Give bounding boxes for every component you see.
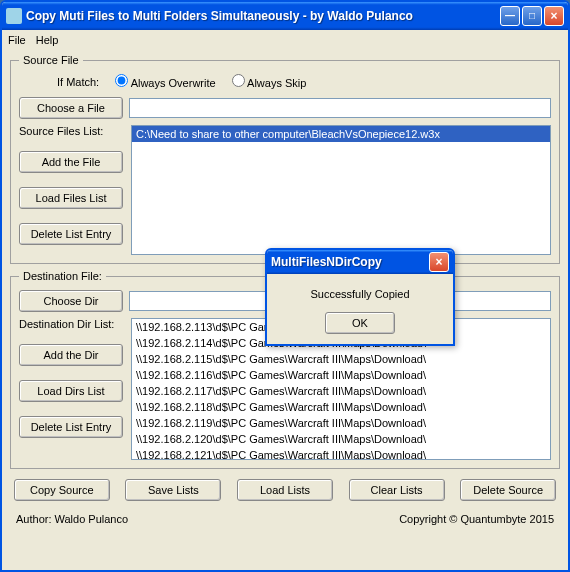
- list-item[interactable]: \\192.168.2.120\d$\PC Games\Warcraft III…: [132, 431, 550, 447]
- delete-source-entry-button[interactable]: Delete List Entry: [19, 223, 123, 245]
- menu-help[interactable]: Help: [36, 34, 59, 46]
- close-button[interactable]: ×: [544, 6, 564, 26]
- list-item[interactable]: \\192.168.2.117\d$\PC Games\Warcraft III…: [132, 383, 550, 399]
- dialog-titlebar: MultiFilesNDirCopy ×: [267, 250, 453, 274]
- dest-legend: Destination File:: [19, 270, 106, 282]
- menu-file[interactable]: File: [8, 34, 26, 46]
- menubar: File Help: [2, 30, 568, 50]
- source-file-input[interactable]: [129, 98, 551, 118]
- app-icon: [6, 8, 22, 24]
- save-lists-button[interactable]: Save Lists: [125, 479, 221, 501]
- source-file-group: Source File If Match: Always Overwrite A…: [10, 54, 560, 264]
- load-dirs-list-button[interactable]: Load Dirs List: [19, 380, 123, 402]
- add-file-button[interactable]: Add the File: [19, 151, 123, 173]
- dialog-close-button[interactable]: ×: [429, 252, 449, 272]
- choose-dir-button[interactable]: Choose Dir: [19, 290, 123, 312]
- if-match-label: If Match:: [57, 76, 99, 88]
- delete-source-button[interactable]: Delete Source: [460, 479, 556, 501]
- add-dir-button[interactable]: Add the Dir: [19, 344, 123, 366]
- message-dialog: MultiFilesNDirCopy × Successfully Copied…: [265, 248, 455, 346]
- list-item[interactable]: \\192.168.2.119\d$\PC Games\Warcraft III…: [132, 415, 550, 431]
- minimize-button[interactable]: —: [500, 6, 520, 26]
- delete-dest-entry-button[interactable]: Delete List Entry: [19, 416, 123, 438]
- author-label: Author: Waldo Pulanco: [16, 513, 128, 525]
- list-item[interactable]: \\192.168.2.116\d$\PC Games\Warcraft III…: [132, 367, 550, 383]
- dialog-ok-button[interactable]: OK: [325, 312, 395, 334]
- choose-file-button[interactable]: Choose a File: [19, 97, 123, 119]
- dialog-message: Successfully Copied: [275, 288, 445, 300]
- source-files-listbox[interactable]: C:\Need to share to other computer\Bleac…: [131, 125, 551, 255]
- list-item[interactable]: C:\Need to share to other computer\Bleac…: [132, 126, 550, 142]
- copy-source-button[interactable]: Copy Source: [14, 479, 110, 501]
- radio-skip[interactable]: Always Skip: [232, 74, 307, 89]
- list-item[interactable]: \\192.168.2.118\d$\PC Games\Warcraft III…: [132, 399, 550, 415]
- load-files-list-button[interactable]: Load Files List: [19, 187, 123, 209]
- list-item[interactable]: \\192.168.2.121\d$\PC Games\Warcraft III…: [132, 447, 550, 460]
- source-list-label: Source Files List:: [19, 125, 123, 137]
- titlebar: Copy Muti Files to Multi Folders Simulta…: [2, 2, 568, 30]
- copyright-label: Copyright © Quantumbyte 2015: [399, 513, 554, 525]
- dialog-title: MultiFilesNDirCopy: [271, 255, 427, 269]
- footer: Author: Waldo Pulanco Copyright © Quantu…: [10, 511, 560, 529]
- window-title: Copy Muti Files to Multi Folders Simulta…: [26, 9, 498, 23]
- clear-lists-button[interactable]: Clear Lists: [349, 479, 445, 501]
- radio-overwrite[interactable]: Always Overwrite: [115, 74, 215, 89]
- bottom-toolbar: Copy Source Save Lists Load Lists Clear …: [10, 475, 560, 505]
- source-legend: Source File: [19, 54, 83, 66]
- load-lists-button[interactable]: Load Lists: [237, 479, 333, 501]
- list-item[interactable]: \\192.168.2.115\d$\PC Games\Warcraft III…: [132, 351, 550, 367]
- maximize-button[interactable]: □: [522, 6, 542, 26]
- dest-list-label: Destination Dir List:: [19, 318, 123, 330]
